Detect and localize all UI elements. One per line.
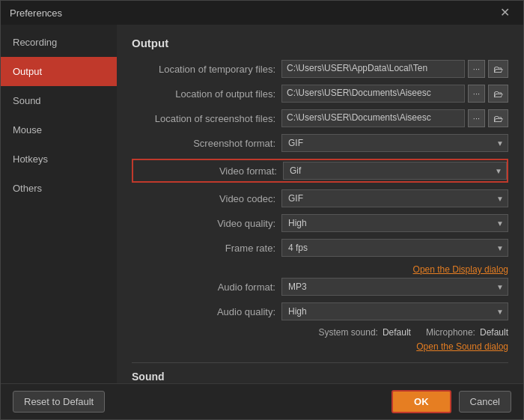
- video-quality-row: Video quality: High Medium Low ▼: [132, 214, 508, 232]
- open-sound-dialog-link[interactable]: Open the Sound dialog: [416, 341, 508, 352]
- audio-format-wrapper: MP3 AAC WAV ▼: [281, 278, 508, 296]
- video-format-wrapper: Gif MP4 AVI MOV WMV ▼: [283, 162, 507, 180]
- preferences-dialog: Preferences ✕ Recording Output Sound Mou…: [0, 0, 524, 420]
- video-format-select[interactable]: Gif MP4 AVI MOV WMV: [283, 162, 507, 180]
- screenshot-format-label: Screenshot format:: [132, 138, 281, 149]
- section-divider: [132, 362, 508, 363]
- audio-quality-label: Audio quality:: [132, 306, 281, 317]
- main-panel: Output Location of temporary files: C:\U…: [117, 25, 523, 383]
- video-codec-wrapper: GIF H264 MPEG4 ▼: [281, 189, 508, 207]
- dialog-title: Preferences: [10, 7, 62, 19]
- sidebar: Recording Output Sound Mouse Hotkeys Oth…: [1, 25, 117, 383]
- temp-files-path: C:\Users\USER\AppData\Local\Ten: [281, 60, 465, 78]
- open-display-dialog-link[interactable]: Open the Display dialog: [413, 264, 508, 275]
- output-files-label: Location of output files:: [132, 88, 281, 100]
- temp-files-input-group: C:\Users\USER\AppData\Local\Ten ··· 🗁: [281, 60, 508, 78]
- video-codec-label: Video codec:: [132, 193, 281, 204]
- video-quality-label: Video quality:: [132, 218, 281, 229]
- video-format-highlighted-row: Video format: Gif MP4 AVI MOV WMV ▼: [132, 159, 508, 183]
- screenshot-files-folder-button[interactable]: 🗁: [488, 109, 508, 127]
- reset-to-default-button[interactable]: Reset to Default: [13, 391, 105, 413]
- video-quality-select[interactable]: High Medium Low: [281, 214, 508, 232]
- output-files-row: Location of output files: C:\Users\USER\…: [132, 85, 508, 103]
- audio-format-row: Audio format: MP3 AAC WAV ▼: [132, 278, 508, 296]
- system-sound-info: System sound: Default: [319, 327, 411, 338]
- microphone-info: Microphone: Default: [426, 327, 508, 338]
- system-sound-info-value: Default: [383, 327, 411, 338]
- screenshot-files-path: C:\Users\USER\Documents\Aiseesc: [281, 109, 465, 127]
- sound-dialog-row: Open the Sound dialog: [132, 341, 508, 352]
- output-files-dots-button[interactable]: ···: [468, 85, 485, 103]
- microphone-info-value: Default: [480, 327, 508, 338]
- audio-quality-row: Audio quality: High Medium Low ▼: [132, 302, 508, 320]
- frame-rate-select[interactable]: 4 fps 8 fps 15 fps 30 fps: [281, 239, 508, 257]
- audio-format-label: Audio format:: [132, 281, 281, 293]
- temp-files-label: Location of temporary files:: [132, 64, 281, 75]
- output-section-title: Output: [132, 37, 508, 49]
- footer-right-buttons: OK Cancel: [392, 390, 511, 413]
- cancel-button[interactable]: Cancel: [459, 391, 511, 413]
- audio-quality-select[interactable]: High Medium Low: [281, 302, 508, 320]
- screenshot-files-dots-button[interactable]: ···: [468, 109, 485, 127]
- video-format-label: Video format:: [133, 165, 283, 177]
- screenshot-files-input-group: C:\Users\USER\Documents\Aiseesc ··· 🗁: [281, 109, 508, 127]
- content-area: Recording Output Sound Mouse Hotkeys Oth…: [1, 25, 523, 383]
- screenshot-files-label: Location of screenshot files:: [132, 113, 281, 124]
- sidebar-item-recording[interactable]: Recording: [1, 28, 117, 57]
- screenshot-format-row: Screenshot format: GIF PNG JPG ▼: [132, 134, 508, 152]
- titlebar: Preferences ✕: [1, 1, 523, 25]
- output-files-path: C:\Users\USER\Documents\Aiseesc: [281, 85, 465, 103]
- system-sound-info-label: System sound:: [319, 327, 378, 338]
- output-files-input-group: C:\Users\USER\Documents\Aiseesc ··· 🗁: [281, 85, 508, 103]
- frame-rate-wrapper: 4 fps 8 fps 15 fps 30 fps ▼: [281, 239, 508, 257]
- video-codec-row: Video codec: GIF H264 MPEG4 ▼: [132, 189, 508, 207]
- temp-files-row: Location of temporary files: C:\Users\US…: [132, 60, 508, 78]
- audio-quality-wrapper: High Medium Low ▼: [281, 302, 508, 320]
- sidebar-item-sound[interactable]: Sound: [1, 86, 117, 115]
- temp-files-folder-button[interactable]: 🗁: [488, 60, 508, 78]
- footer: Reset to Default OK Cancel: [1, 383, 523, 419]
- ok-button[interactable]: OK: [392, 390, 451, 413]
- sound-section-title: Sound: [132, 371, 508, 383]
- output-files-folder-button[interactable]: 🗁: [488, 85, 508, 103]
- video-codec-select[interactable]: GIF H264 MPEG4: [281, 189, 508, 207]
- system-sound-info-row: System sound: Default Microphone: Defaul…: [132, 327, 508, 338]
- audio-format-select[interactable]: MP3 AAC WAV: [281, 278, 508, 296]
- display-dialog-row: Open the Display dialog: [132, 264, 508, 275]
- close-button[interactable]: ✕: [496, 5, 514, 20]
- frame-rate-label: Frame rate:: [132, 243, 281, 254]
- frame-rate-row: Frame rate: 4 fps 8 fps 15 fps 30 fps ▼: [132, 239, 508, 257]
- sidebar-item-others[interactable]: Others: [1, 174, 117, 203]
- sidebar-item-hotkeys[interactable]: Hotkeys: [1, 144, 117, 174]
- screenshot-format-wrapper: GIF PNG JPG ▼: [281, 134, 508, 152]
- screenshot-files-row: Location of screenshot files: C:\Users\U…: [132, 109, 508, 127]
- sidebar-item-output[interactable]: Output: [1, 57, 117, 86]
- temp-files-dots-button[interactable]: ···: [468, 60, 485, 78]
- screenshot-format-select[interactable]: GIF PNG JPG: [281, 134, 508, 152]
- video-quality-wrapper: High Medium Low ▼: [281, 214, 508, 232]
- sidebar-item-mouse[interactable]: Mouse: [1, 115, 117, 144]
- microphone-info-label: Microphone:: [426, 327, 475, 338]
